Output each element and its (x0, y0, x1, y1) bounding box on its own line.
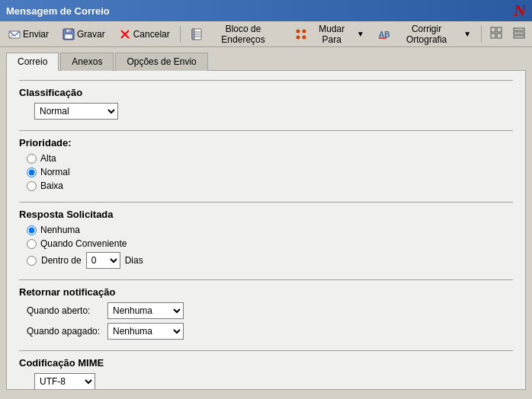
cancel-icon (119, 28, 131, 40)
retornar-apagado-row: Quando apagado: Nenhuma Sempre Nunca (19, 323, 513, 340)
resposta-conveniente-label: Quando Conveniente (40, 238, 127, 249)
save-icon (62, 28, 75, 40)
resposta-nenhuma-label: Nenhuma (40, 225, 80, 235)
title-bar: Mensagem de Correio N (0, 0, 532, 21)
mudar-para-label: Mudar Para (309, 24, 354, 45)
prioridade-normal-label: Normal (40, 167, 70, 177)
svg-point-14 (303, 29, 306, 33)
dias-label: Dias (125, 255, 143, 266)
days-select[interactable]: 0 1 2 3 5 7 14 30 (86, 252, 120, 269)
svg-rect-25 (514, 36, 524, 38)
classificacao-select[interactable]: Normal Confidencial Privado (34, 103, 118, 120)
main-content: Classificação Normal Confidencial Privad… (6, 70, 526, 390)
resposta-section: Resposta Solicitada Nenhuma Quando Conve… (19, 202, 513, 269)
switch-icon (295, 28, 307, 40)
cancelar-label: Cancelar (133, 29, 170, 40)
tab-anexos[interactable]: Anexos (60, 53, 114, 71)
svg-rect-19 (491, 27, 495, 32)
quando-aberto-select[interactable]: Nenhuma Sempre Nunca (107, 302, 184, 319)
retornar-section: Retornar notificação Quando aberto: Nenh… (19, 279, 513, 340)
prioridade-alta-row: Alta (19, 153, 513, 164)
svg-rect-5 (67, 30, 69, 32)
toolbar-sep-1 (180, 26, 181, 43)
resposta-dentro-label: Dentro de (41, 255, 82, 266)
addressbook-icon (191, 28, 203, 40)
resposta-divider (19, 202, 513, 203)
retornar-aberto-row: Quando aberto: Nenhuma Sempre Nunca (19, 302, 513, 319)
quando-apagado-select[interactable]: Nenhuma Sempre Nunca (107, 323, 184, 340)
bloco-enderecos-label: Bloco de Endereços (205, 24, 282, 45)
corrigir-arrow: ▼ (463, 30, 471, 38)
enviar-label: Enviar (23, 29, 49, 40)
codificacao-section: Codificação MIME UTF-8 ISO-8859-1 US-ASC… (19, 350, 513, 390)
toolbar: Enviar Gravar Cancelar (0, 21, 532, 47)
classificacao-divider (19, 80, 513, 81)
prioridade-label: Prioridade: (19, 137, 513, 148)
tab-correio[interactable]: Correio (6, 53, 59, 71)
grid-icon (490, 27, 502, 41)
prioridade-baixa-radio[interactable] (27, 181, 37, 191)
classificacao-label: Classificação (19, 87, 513, 98)
svg-rect-24 (514, 32, 524, 34)
resposta-nenhuma-row: Nenhuma (19, 225, 513, 235)
codificacao-label: Codificação MIME (19, 357, 513, 369)
retornar-label: Retornar notificação (19, 286, 513, 298)
svg-rect-4 (65, 34, 72, 39)
prioridade-alta-radio[interactable] (27, 154, 37, 164)
send-icon (8, 28, 21, 40)
resposta-label: Resposta Solicitada (19, 209, 513, 220)
prioridade-normal-row: Normal (19, 167, 513, 177)
resposta-dentro-radio[interactable] (27, 256, 37, 266)
mudar-para-arrow: ▼ (357, 30, 364, 38)
prioridade-section: Prioridade: Alta Normal Baixa (19, 130, 513, 191)
svg-rect-20 (497, 27, 502, 32)
tabs-bar: Correio Anexos Opções de Envio (0, 47, 532, 70)
codificacao-select[interactable]: UTF-8 ISO-8859-1 US-ASCII (34, 373, 95, 390)
view-list-button[interactable] (509, 24, 529, 44)
resposta-dentro-row: Dentro de 0 1 2 3 5 7 14 30 Dias (19, 252, 513, 269)
codificacao-row: UTF-8 ISO-8859-1 US-ASCII (19, 373, 513, 390)
bloco-enderecos-button[interactable]: Bloco de Endereços (185, 24, 287, 44)
svg-point-15 (296, 35, 300, 39)
svg-point-16 (303, 35, 306, 39)
svg-rect-3 (66, 29, 72, 33)
codificacao-divider (19, 350, 513, 351)
cancelar-button[interactable]: Cancelar (114, 24, 175, 44)
app-logo: N (514, 1, 526, 21)
svg-rect-23 (514, 28, 524, 30)
window-title: Mensagem de Correio (6, 5, 110, 17)
quando-apagado-label: Quando apagado: (27, 326, 103, 337)
prioridade-normal-radio[interactable] (27, 168, 37, 177)
resposta-nenhuma-radio[interactable] (27, 225, 37, 235)
list-icon (513, 27, 525, 41)
gravar-button[interactable]: Gravar (57, 24, 111, 44)
view-grid-button[interactable] (486, 24, 506, 44)
prioridade-divider (19, 130, 513, 131)
spell-icon: ABC (378, 28, 390, 40)
enviar-button[interactable]: Enviar (3, 24, 54, 44)
classificacao-row: Normal Confidencial Privado (19, 103, 513, 120)
gravar-label: Gravar (77, 29, 105, 40)
svg-rect-21 (491, 34, 495, 38)
corrigir-ortografia-button[interactable]: ABC Corrigir Ortografia ▼ (373, 24, 476, 44)
resposta-conveniente-radio[interactable] (27, 239, 37, 249)
prioridade-baixa-label: Baixa (40, 180, 63, 191)
svg-rect-9 (192, 29, 194, 40)
prioridade-alta-label: Alta (40, 153, 56, 164)
tab-opcoes[interactable]: Opções de Envio (115, 53, 207, 71)
mudar-para-button[interactable]: Mudar Para ▼ (290, 24, 370, 44)
svg-point-13 (296, 29, 300, 33)
prioridade-baixa-row: Baixa (19, 180, 513, 191)
toolbar-sep-2 (481, 26, 482, 43)
corrigir-label: Corrigir Ortografia (393, 24, 460, 45)
classificacao-section: Classificação Normal Confidencial Privad… (19, 80, 513, 120)
resposta-conveniente-row: Quando Conveniente (19, 238, 513, 249)
quando-aberto-label: Quando aberto: (27, 305, 103, 316)
svg-rect-22 (497, 34, 502, 38)
retornar-divider (19, 279, 513, 280)
